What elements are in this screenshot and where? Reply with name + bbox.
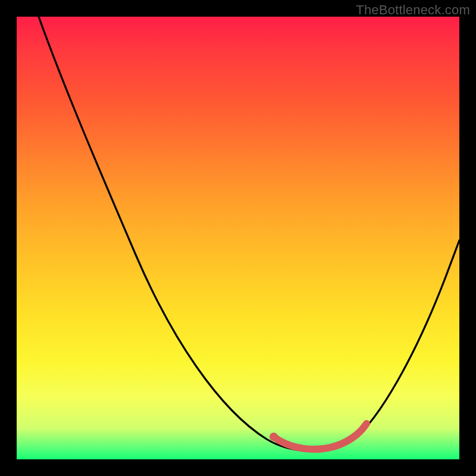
curve-layer xyxy=(17,17,459,459)
chart-frame: TheBottleneck.com xyxy=(0,0,476,476)
plot-area xyxy=(17,17,459,459)
bottleneck-curve-path xyxy=(39,17,459,451)
watermark-text: TheBottleneck.com xyxy=(356,2,470,18)
highlight-segment-path xyxy=(274,424,367,449)
highlight-start-dot xyxy=(270,433,278,441)
